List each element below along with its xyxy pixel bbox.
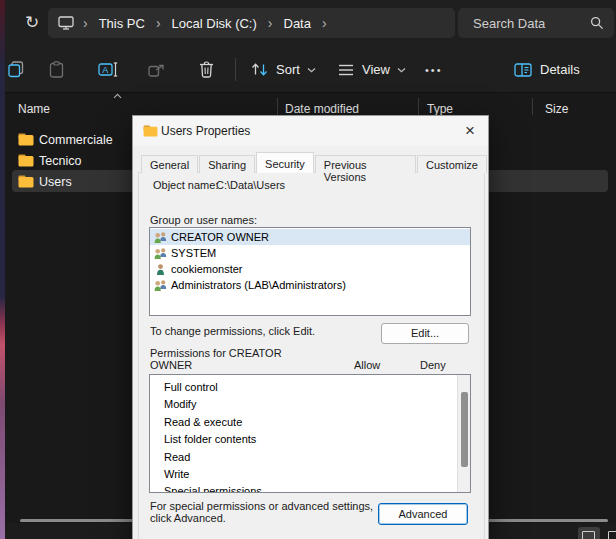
- paste-icon: [49, 61, 64, 78]
- column-header-date-modified[interactable]: Date modified: [285, 102, 359, 116]
- details-pane-button[interactable]: Details: [514, 46, 580, 93]
- scrollbar-thumb[interactable]: [461, 392, 468, 467]
- advanced-note-line1: For special permissions or advanced sett…: [150, 500, 373, 512]
- advanced-button[interactable]: Advanced: [378, 503, 468, 525]
- group-icon: [153, 247, 168, 260]
- folder-icon: [18, 154, 34, 167]
- object-name-value: C:\Data\Users: [216, 179, 285, 191]
- group-name: CREATOR OWNER: [171, 231, 269, 243]
- list-item-administrators[interactable]: Administrators (LAB\Administrators): [150, 277, 470, 293]
- more-options-button[interactable]: •••: [425, 46, 443, 93]
- copy-button[interactable]: [7, 46, 25, 93]
- permission-row-modify[interactable]: Modify: [150, 396, 470, 413]
- group-name: SYSTEM: [171, 247, 216, 259]
- copy-icon: [7, 61, 25, 78]
- user-icon: [153, 263, 168, 276]
- breadcrumb-item-local-disk-c[interactable]: Local Disk (C:): [170, 14, 259, 33]
- search-box[interactable]: [458, 8, 614, 38]
- permission-row-full-control[interactable]: Full control: [150, 379, 470, 396]
- permission-row-read[interactable]: Read: [150, 449, 470, 466]
- breadcrumb-chevron-icon: ›: [268, 16, 273, 30]
- view-icon: [338, 64, 354, 76]
- breadcrumb-chevron-icon: ›: [83, 16, 88, 30]
- users-properties-dialog: Users Properties × General Sharing Secur…: [132, 115, 489, 539]
- dialog-tab-strip: General Sharing Security Previous Versio…: [141, 152, 488, 173]
- share-icon: [148, 62, 165, 77]
- toolbar-divider: [235, 58, 236, 81]
- breadcrumb-item-this-pc[interactable]: This PC: [97, 14, 147, 33]
- address-bar[interactable]: › This PC › Local Disk (C:) › Data ›: [48, 8, 455, 38]
- permission-row-list-folder-contents[interactable]: List folder contents: [150, 431, 470, 448]
- list-item-creator-owner[interactable]: CREATOR OWNER: [150, 229, 470, 245]
- thumbnails-view-toggle-button[interactable]: [604, 527, 616, 539]
- group-user-names-list[interactable]: CREATOR OWNER SYSTEM cookiemonster: [149, 227, 471, 316]
- close-icon[interactable]: ×: [458, 119, 482, 143]
- permissions-for-label-line1: Permissions for CREATOR: [150, 347, 282, 359]
- this-pc-icon: [58, 16, 74, 30]
- allow-column-label: Allow: [354, 359, 380, 371]
- delete-button[interactable]: [199, 46, 214, 93]
- tab-general[interactable]: General: [141, 155, 198, 173]
- file-name: Tecnico: [39, 154, 81, 168]
- file-explorer-window: ↻ › This PC › Local Disk (C:) › Data ›: [0, 0, 616, 539]
- view-button[interactable]: View: [338, 46, 406, 93]
- rename-button[interactable]: A: [98, 46, 118, 93]
- refresh-icon[interactable]: ↻: [21, 12, 43, 34]
- column-divider[interactable]: [277, 98, 278, 115]
- permission-row-read-execute[interactable]: Read & execute: [150, 414, 470, 431]
- view-label: View: [362, 62, 390, 77]
- tab-customize[interactable]: Customize: [417, 155, 487, 173]
- group-user-names-label: Group or user names:: [150, 214, 257, 226]
- search-input[interactable]: [458, 8, 586, 38]
- sort-ascending-icon: [113, 93, 122, 99]
- trash-icon: [199, 61, 214, 78]
- dialog-title-bar[interactable]: Users Properties ×: [133, 116, 488, 146]
- svg-text:A: A: [102, 65, 108, 75]
- folder-icon: [18, 133, 34, 146]
- vertical-scrollbar[interactable]: [457, 375, 470, 492]
- tab-sharing[interactable]: Sharing: [199, 155, 255, 173]
- permissions-list[interactable]: Full control Modify Read & execute List …: [149, 374, 471, 493]
- details-pane-icon: [514, 63, 532, 77]
- list-item-cookiemonster[interactable]: cookiemonster: [150, 261, 470, 277]
- column-divider[interactable]: [418, 98, 419, 115]
- breadcrumb-chevron-icon: ›: [156, 16, 161, 30]
- details-label: Details: [540, 62, 580, 77]
- tab-security[interactable]: Security: [256, 152, 314, 173]
- dialog-title: Users Properties: [161, 124, 250, 138]
- deny-column-label: Deny: [420, 359, 446, 371]
- share-button[interactable]: [148, 46, 165, 93]
- ellipsis-icon: •••: [425, 64, 443, 76]
- group-icon: [153, 231, 168, 244]
- object-name-label: Object name:: [153, 179, 218, 191]
- navigation-bar: ↻ › This PC › Local Disk (C:) › Data ›: [5, 0, 616, 46]
- column-divider[interactable]: [532, 98, 533, 115]
- rename-icon: A: [98, 62, 118, 77]
- details-view-toggle-button[interactable]: [578, 527, 600, 539]
- folder-icon: [143, 125, 158, 137]
- tab-previous-versions[interactable]: Previous Versions: [315, 155, 416, 173]
- sort-button[interactable]: Sort: [251, 46, 316, 93]
- edit-button[interactable]: Edit...: [381, 323, 469, 344]
- details-view-icon: [582, 531, 595, 539]
- column-header-size[interactable]: Size: [545, 102, 568, 116]
- file-name: Users: [39, 175, 72, 189]
- sort-icon: [251, 62, 268, 77]
- sort-label: Sort: [276, 62, 300, 77]
- advanced-note-line2: click Advanced.: [150, 512, 226, 524]
- breadcrumb-item-data[interactable]: Data: [282, 14, 313, 33]
- permissions-for-label-line2: OWNER: [150, 359, 192, 371]
- column-header-name[interactable]: Name: [18, 102, 50, 116]
- search-icon[interactable]: [590, 16, 604, 30]
- group-icon: [153, 279, 168, 292]
- permission-row-write[interactable]: Write: [150, 466, 470, 483]
- column-header-type[interactable]: Type: [427, 102, 453, 116]
- chevron-down-icon: [307, 67, 316, 73]
- group-name: Administrators (LAB\Administrators): [171, 279, 346, 291]
- paste-button[interactable]: [49, 46, 64, 93]
- list-item-system[interactable]: SYSTEM: [150, 245, 470, 261]
- permission-row-special-permissions[interactable]: Special permissions: [150, 483, 470, 493]
- file-name: Commerciale: [39, 133, 113, 147]
- thumbnails-view-icon: [608, 531, 616, 539]
- edit-note: To change permissions, click Edit.: [150, 325, 315, 337]
